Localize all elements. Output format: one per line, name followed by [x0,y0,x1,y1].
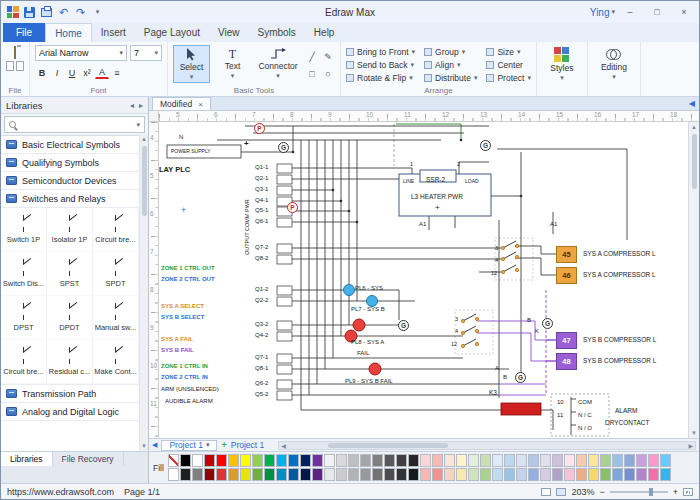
color-swatch[interactable] [648,468,659,481]
color-swatch[interactable] [384,468,395,481]
color-swatch[interactable] [360,454,371,467]
library-item[interactable]: Qualifying Symbols [1,154,139,172]
color-swatch[interactable] [576,468,587,481]
fit-page-icon[interactable] [683,488,693,496]
color-swatch[interactable] [636,454,647,467]
page-tab-project1[interactable]: Project 1▾ [161,440,217,451]
color-swatch[interactable] [192,454,203,467]
color-swatch[interactable] [624,468,635,481]
color-swatch[interactable] [660,454,671,467]
color-swatch[interactable] [588,454,599,467]
color-swatch[interactable] [408,468,419,481]
color-swatch[interactable] [516,454,527,467]
symbol-cell[interactable]: Switch Dis... [1,252,47,296]
color-swatch[interactable] [336,454,347,467]
scroll-down-icon[interactable]: ▼ [140,441,148,451]
minimize-button[interactable]: – [618,3,642,21]
color-swatch[interactable] [216,454,227,467]
color-swatch[interactable] [528,454,539,467]
color-swatch[interactable] [504,468,515,481]
shape-tool-button[interactable]: □ [305,66,319,81]
color-swatch[interactable] [168,454,179,467]
color-swatch[interactable] [288,454,299,467]
color-swatch[interactable] [480,454,491,467]
symbol-cell[interactable]: Circuit bre... [93,208,139,252]
color-swatch[interactable] [492,454,503,467]
color-swatch[interactable] [660,468,671,481]
symbol-cell[interactable]: Circuit bre... [1,340,47,384]
color-swatch[interactable] [492,468,503,481]
send-to-back-button[interactable]: Send to Back▾ [346,60,415,70]
color-swatch[interactable] [312,454,323,467]
color-swatch[interactable] [420,454,431,467]
color-swatch[interactable] [576,454,587,467]
print-icon[interactable] [40,5,53,19]
chevron-left-icon[interactable]: ◂ [130,101,134,110]
color-swatch[interactable] [216,468,227,481]
user-menu[interactable]: Ying▾ [590,7,615,18]
color-swatch[interactable] [360,468,371,481]
color-swatch[interactable] [228,454,239,467]
tab-home[interactable]: Home [45,23,92,42]
tab-help[interactable]: Help [305,23,344,42]
color-swatch[interactable] [600,454,611,467]
symbol-cell[interactable]: SPDT [93,252,139,296]
scrollbar-thumb[interactable] [328,443,448,448]
vertical-scrollbar[interactable]: ▲ ▼ [688,122,699,438]
styles-button[interactable]: Styles ▾ [542,45,582,84]
color-swatch[interactable] [564,454,575,467]
color-swatch[interactable] [396,468,407,481]
symbol-cell[interactable]: SPST [47,252,93,296]
color-swatch[interactable] [540,454,551,467]
pen-tool-button[interactable]: ✎ [321,49,335,64]
color-swatch[interactable] [384,454,395,467]
color-swatch[interactable] [444,468,455,481]
tab-view[interactable]: View [209,23,249,42]
chevron-down-icon[interactable]: ▾ [136,121,140,129]
library-item-expanded[interactable]: Switches and Relays [1,190,139,208]
library-item[interactable]: Transmission Path [1,385,139,403]
tab-symbols[interactable]: Symbols [249,23,305,42]
color-swatch[interactable] [252,468,263,481]
tab-libraries[interactable]: Libraries [1,452,53,466]
color-swatch[interactable] [324,468,335,481]
library-search-input[interactable] [20,120,132,130]
color-swatch[interactable] [264,454,275,467]
color-swatch[interactable] [276,468,287,481]
color-swatch[interactable] [192,468,203,481]
horizontal-scrollbar[interactable]: ◀ ▶ [278,441,696,450]
rotate-flip-button[interactable]: Rotate & Flip▾ [346,73,415,83]
align-button[interactable]: ≡ [110,65,124,80]
symbol-cell[interactable]: Isolator 1P [47,208,93,252]
color-swatch[interactable] [168,468,179,481]
qat-dropdown-icon[interactable]: ▾ [91,5,104,19]
library-item[interactable]: Semiconductor Devices [1,172,139,190]
page-nav-left-icon[interactable]: ◀ [152,441,157,449]
color-swatch[interactable] [468,468,479,481]
color-swatch[interactable] [372,468,383,481]
connector-tool-button[interactable]: Connector ▾ [255,45,301,83]
library-item[interactable]: Analog and Digital Logic [1,403,139,421]
symbol-cell[interactable]: Manual sw... [93,296,139,340]
copy-button[interactable] [6,61,24,71]
color-swatch[interactable] [372,454,383,467]
color-swatch[interactable] [636,468,647,481]
align-button[interactable]: Align▾ [424,60,477,70]
drawing-canvas[interactable]: NPOWER SUPPLY+LAY PLCOUTPUT COMM PWR+Q1-… [159,122,688,438]
color-swatch[interactable] [612,454,623,467]
color-swatch[interactable] [528,468,539,481]
color-swatch[interactable] [240,468,251,481]
add-page-button[interactable]: + [221,440,226,450]
color-swatch[interactable] [564,468,575,481]
document-tab[interactable]: Modified × [152,97,211,110]
maximize-button[interactable]: □ [645,3,669,21]
color-swatch[interactable] [468,454,479,467]
normal-view-icon[interactable] [541,488,551,496]
superscript-button[interactable]: x² [80,65,94,80]
website-link[interactable]: https://www.edrawsoft.com [7,487,114,497]
color-swatch[interactable] [348,454,359,467]
panel-scrollbar[interactable]: ▲ ▼ [139,134,148,451]
font-color-button[interactable]: A [95,66,109,79]
color-swatch[interactable] [444,454,455,467]
color-swatch[interactable] [552,454,563,467]
